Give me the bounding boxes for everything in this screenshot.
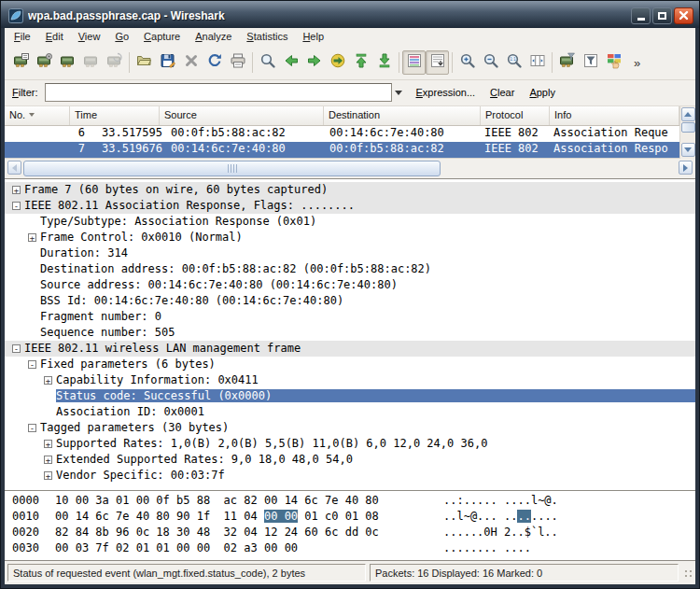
print-button[interactable] xyxy=(226,50,249,75)
tree-row[interactable]: Duration: 314 xyxy=(5,245,695,261)
tree-row[interactable]: Source address: 00:14:6c:7e:40:80 (00:14… xyxy=(5,277,695,293)
tree-row[interactable]: +Supported Rates: 1,0(B) 2,0(B) 5,5(B) 1… xyxy=(5,436,695,452)
go-forward-button[interactable] xyxy=(302,50,326,75)
close-file-button[interactable] xyxy=(179,50,203,75)
tree-indent xyxy=(5,428,28,428)
capture-options-button[interactable] xyxy=(33,50,56,75)
tree-row[interactable]: Sequence number: 505 xyxy=(5,325,695,341)
tree-row[interactable]: -Tagged parameters (30 bytes) xyxy=(5,420,695,436)
minimize-button[interactable] xyxy=(631,7,651,24)
scroll-down-button[interactable] xyxy=(681,143,695,157)
column-header-info[interactable]: Info xyxy=(550,106,679,125)
expander-plus-icon[interactable]: + xyxy=(44,456,52,464)
zoom-out-button[interactable] xyxy=(479,50,502,75)
tree-indent xyxy=(5,316,28,317)
apply-button[interactable]: Apply xyxy=(525,85,560,100)
scroll-right-button[interactable] xyxy=(679,161,693,175)
expander-plus-icon[interactable]: + xyxy=(44,376,52,385)
capture-filters-button[interactable] xyxy=(555,50,579,75)
column-header-destination[interactable]: Destination xyxy=(324,106,481,125)
packet-list-vertical-scrollbar[interactable] xyxy=(679,106,695,159)
go-to-top-button[interactable] xyxy=(349,50,372,75)
display-filters-button[interactable] xyxy=(579,50,602,75)
expression-button[interactable]: Expression... xyxy=(412,85,481,100)
save-as-button[interactable] xyxy=(156,50,179,75)
tree-row[interactable]: -IEEE 802.11 Association Response, Flags… xyxy=(5,198,695,214)
capture-stop-button[interactable] xyxy=(79,50,103,75)
column-header-no[interactable]: No. xyxy=(5,106,70,125)
menu-capture[interactable]: Capture xyxy=(136,29,188,44)
column-header-time[interactable]: Time xyxy=(70,106,160,125)
tree-row-label: Extended Supported Rates: 9,0 18,0 48,0 … xyxy=(56,453,357,466)
tree-row-label: IEEE 802.11 wireless LAN management fram… xyxy=(24,342,304,355)
scroll-left-button[interactable] xyxy=(7,161,21,175)
tree-row[interactable]: +Vendor Specific: 00:03:7f xyxy=(5,468,695,484)
hex-row[interactable]: 003000 03 7f 02 01 01 00 00 02 a3 00 00.… xyxy=(12,541,695,557)
column-header-source[interactable]: Source xyxy=(160,106,324,125)
scroll-up-button[interactable] xyxy=(681,107,695,121)
expander-minus-icon[interactable]: - xyxy=(12,202,21,210)
expander-plus-icon[interactable]: + xyxy=(44,440,52,448)
packet-list-horizontal-scrollbar[interactable] xyxy=(5,159,695,178)
colorize-toggle[interactable] xyxy=(402,50,426,75)
toolbar-overflow-button[interactable]: » xyxy=(625,50,649,75)
reload-button[interactable] xyxy=(203,50,226,75)
go-back-button[interactable] xyxy=(279,50,302,75)
expander-minus-icon[interactable]: - xyxy=(28,424,36,432)
close-button[interactable] xyxy=(674,7,693,24)
tree-row[interactable]: +Frame 7 (60 bytes on wire, 60 bytes cap… xyxy=(5,182,695,198)
menu-go[interactable]: Go xyxy=(107,29,136,44)
menu-view[interactable]: View xyxy=(71,29,108,44)
tree-row[interactable]: +Extended Supported Rates: 9,0 18,0 48,0… xyxy=(5,452,695,468)
clear-button[interactable]: Clear xyxy=(485,85,519,100)
maximize-button[interactable] xyxy=(652,7,672,24)
filter-button[interactable]: Filter: xyxy=(10,85,42,100)
packet-row[interactable]: 733.51967600:14:6c:7e:40:8000:0f:b5:88:a… xyxy=(5,142,679,158)
tree-row[interactable]: BSS Id: 00:14:6c:7e:40:80 (00:14:6c:7e:4… xyxy=(5,293,695,309)
hex-row[interactable]: 002082 84 8b 96 0c 18 30 48 32 04 12 24 … xyxy=(12,526,695,541)
expander-plus-icon[interactable]: + xyxy=(44,471,52,480)
expander-minus-icon[interactable]: - xyxy=(12,344,21,353)
coloring-rules-button[interactable] xyxy=(602,50,625,75)
titlebar[interactable]: wpa.bad.passphrase.cap - Wireshark xyxy=(1,1,699,28)
list-interfaces-button[interactable] xyxy=(9,50,33,75)
find-packet-button[interactable] xyxy=(256,50,279,75)
ascii-selected-chars: .. xyxy=(517,510,530,523)
vertical-scroll-thumb[interactable] xyxy=(681,122,695,133)
expander-minus-icon[interactable]: - xyxy=(28,360,36,369)
open-file-button[interactable] xyxy=(133,50,156,75)
packet-row[interactable]: 633.51759500:0f:b5:88:ac:8200:14:6c:7e:4… xyxy=(5,126,679,142)
zoom-100-button[interactable]: 1:1 xyxy=(502,50,525,75)
go-to-packet-button[interactable] xyxy=(326,50,349,75)
tree-row[interactable]: Type/Subtype: Association Response (0x01… xyxy=(5,214,695,230)
expander-plus-icon[interactable]: + xyxy=(12,186,21,194)
hex-row[interactable]: 000010 00 3a 01 00 0f b5 88 ac 82 00 14 … xyxy=(12,494,695,510)
expander-plus-icon[interactable]: + xyxy=(28,233,36,242)
filter-input[interactable] xyxy=(45,83,392,102)
menu-help[interactable]: Help xyxy=(295,29,331,44)
resize-grip[interactable] xyxy=(682,568,693,579)
tree-row[interactable]: Association ID: 0x0001 xyxy=(5,404,695,420)
tree-row[interactable]: Status code: Successful (0x0000) xyxy=(5,388,695,404)
tree-row[interactable]: +Frame Control: 0x0010 (Normal) xyxy=(5,230,695,245)
menu-file[interactable]: File xyxy=(7,29,38,44)
tree-row[interactable]: Fragment number: 0 xyxy=(5,309,695,325)
hex-row[interactable]: 001000 14 6c 7e 40 80 90 1f 11 04 00 00 … xyxy=(12,510,695,526)
resize-columns-button[interactable] xyxy=(525,50,549,75)
menu-edit[interactable]: Edit xyxy=(38,29,71,44)
tree-row[interactable]: +Capability Information: 0x0411 xyxy=(5,372,695,388)
tree-row[interactable]: -IEEE 802.11 wireless LAN management fra… xyxy=(5,341,695,357)
autoscroll-toggle[interactable] xyxy=(426,50,449,75)
capture-restart-button[interactable] xyxy=(103,50,126,75)
tree-row[interactable]: Destination address: 00:0f:b5:88:ac:82 (… xyxy=(5,261,695,277)
filter-dropdown-button[interactable] xyxy=(392,83,406,102)
zoom-in-button[interactable] xyxy=(455,50,479,75)
horizontal-scroll-thumb[interactable] xyxy=(23,161,441,176)
capture-start-button[interactable] xyxy=(56,50,79,75)
column-header-protocol[interactable]: Protocol xyxy=(481,106,550,125)
tree-indent xyxy=(5,253,28,254)
go-to-bottom-button[interactable] xyxy=(372,50,396,75)
menu-analyze[interactable]: Analyze xyxy=(188,29,239,44)
menu-statistics[interactable]: Statistics xyxy=(239,29,295,44)
tree-row[interactable]: -Fixed parameters (6 bytes) xyxy=(5,357,695,372)
